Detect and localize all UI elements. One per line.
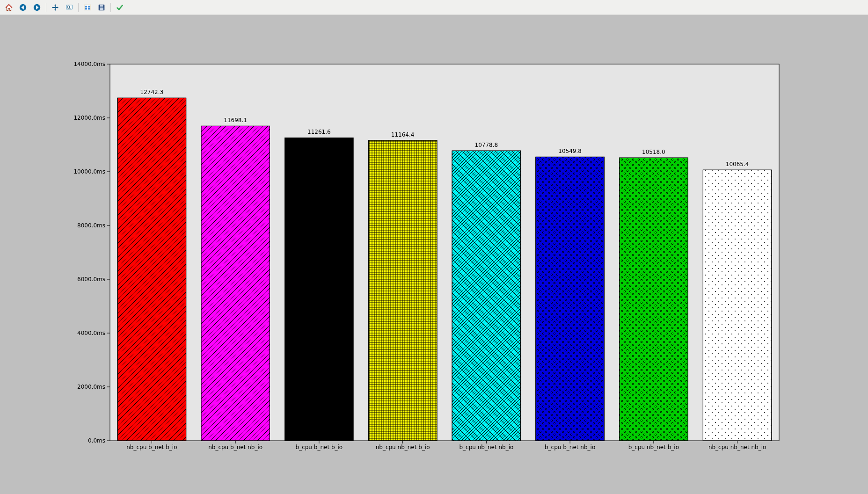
xtick-label: b_cpu b_net nb_io bbox=[545, 444, 595, 450]
forward-icon bbox=[33, 3, 41, 12]
bar-hatch bbox=[703, 170, 772, 441]
toolbar-separator bbox=[110, 3, 111, 12]
forward-button[interactable] bbox=[31, 2, 43, 13]
xtick-label: nb_cpu b_net b_io bbox=[126, 444, 177, 450]
home-icon bbox=[5, 3, 13, 12]
bar-value-label: 10518.0 bbox=[642, 149, 665, 155]
svg-rect-8 bbox=[85, 7, 88, 9]
bar-value-label: 11261.6 bbox=[307, 129, 331, 135]
bar-hatch bbox=[368, 140, 437, 441]
svg-rect-9 bbox=[88, 7, 90, 9]
bar-hatch bbox=[620, 158, 688, 441]
xtick-label: nb_cpu nb_net nb_io bbox=[708, 444, 766, 450]
bar bbox=[285, 138, 354, 441]
ytick-label: 6000.0ms bbox=[77, 276, 105, 283]
xtick-label: nb_cpu nb_net b_io bbox=[376, 444, 430, 450]
bar-value-label: 12742.3 bbox=[140, 89, 164, 95]
ytick-label: 10000.0ms bbox=[73, 168, 105, 175]
figure-canvas[interactable]: 0.0ms2000.0ms4000.0ms6000.0ms8000.0ms100… bbox=[0, 15, 868, 494]
bar-hatch bbox=[452, 151, 521, 441]
bar-value-label: 10549.8 bbox=[558, 148, 582, 154]
home-button[interactable] bbox=[3, 2, 15, 13]
xtick-label: b_cpu nb_net nb_io bbox=[459, 444, 513, 450]
zoom-icon bbox=[65, 3, 73, 12]
bar-hatch bbox=[117, 98, 186, 441]
bar-value-label: 10778.8 bbox=[475, 142, 498, 148]
pan-icon bbox=[51, 3, 59, 12]
save-button[interactable] bbox=[96, 2, 107, 13]
xtick-label: nb_cpu b_net nb_io bbox=[208, 444, 263, 450]
toolbar-separator bbox=[46, 3, 46, 12]
zoom-button[interactable] bbox=[64, 2, 75, 13]
back-button[interactable] bbox=[17, 2, 29, 13]
svg-rect-7 bbox=[88, 6, 90, 7]
svg-rect-12 bbox=[100, 7, 103, 10]
ytick-label: 4000.0ms bbox=[77, 330, 105, 336]
check-icon bbox=[116, 3, 124, 12]
bar-hatch bbox=[536, 157, 605, 441]
bar-chart: 0.0ms2000.0ms4000.0ms6000.0ms8000.0ms100… bbox=[0, 15, 868, 494]
ytick-label: 14000.0ms bbox=[73, 61, 105, 67]
matplotlib-toolbar bbox=[0, 0, 868, 15]
ytick-label: 8000.0ms bbox=[77, 222, 105, 229]
save-icon bbox=[97, 3, 106, 12]
subplots-icon bbox=[83, 3, 92, 12]
toolbar-separator bbox=[78, 3, 79, 12]
back-icon bbox=[19, 3, 27, 12]
ytick-label: 12000.0ms bbox=[73, 115, 105, 121]
pan-button[interactable] bbox=[50, 2, 61, 13]
bar-value-label: 11698.1 bbox=[224, 117, 247, 124]
ytick-label: 0.0ms bbox=[88, 437, 105, 444]
xtick-label: b_cpu nb_net b_io bbox=[628, 444, 679, 450]
bar-hatch bbox=[201, 126, 270, 441]
xtick-label: b_cpu b_net b_io bbox=[296, 444, 343, 450]
svg-rect-11 bbox=[100, 4, 103, 7]
svg-rect-6 bbox=[85, 6, 88, 7]
bar-value-label: 10065.4 bbox=[726, 161, 749, 167]
bar-value-label: 11164.4 bbox=[391, 131, 415, 138]
subplots-button[interactable] bbox=[82, 2, 93, 13]
apply-button[interactable] bbox=[114, 2, 125, 13]
ytick-label: 2000.0ms bbox=[77, 384, 105, 390]
